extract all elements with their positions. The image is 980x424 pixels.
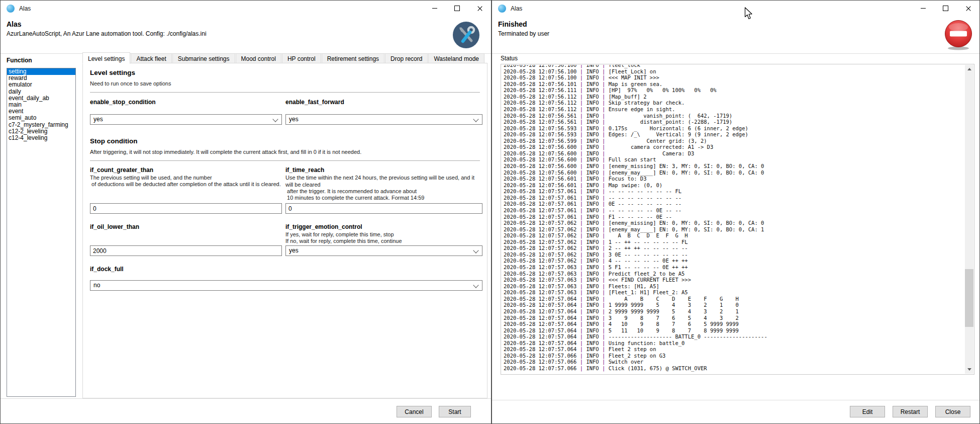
status-group-label: Status [501, 55, 518, 62]
log-line: 2020-05-28 12:07:57.062 | INFO | A B C D… [504, 232, 965, 239]
log-line: 2020-05-28 12:07:56.600 | INFO | [enemy_… [504, 163, 965, 169]
log-line: 2020-05-28 12:07:57.064 | INFO | 5 11 10… [504, 327, 965, 334]
section-desc-level-settings: Need to run once to save options [90, 80, 171, 87]
enable-fast-forward-value: yes [289, 116, 299, 123]
log-line: 2020-05-28 12:07:56.101 | INFO | Map is … [504, 81, 965, 88]
if-oil-lower-than-input[interactable] [90, 245, 282, 256]
close-button[interactable] [468, 1, 491, 16]
label-if-trigger-emotion-control: if_trigger_emotion_control [285, 223, 362, 230]
stop-badge-icon [944, 20, 973, 53]
log-line: 2020-05-28 12:07:57.064 | INFO | Using f… [504, 340, 965, 347]
log-line: 2020-05-28 12:07:57.064 | INFO | 3 9 8 7… [504, 315, 965, 321]
desc-emotion-line2: If no, wait for reply, complete this tim… [285, 238, 482, 245]
minimize-button[interactable] [912, 1, 934, 16]
tab-drop-record[interactable]: Drop record [385, 53, 428, 63]
window-title: Alas [511, 5, 522, 12]
enable-fast-forward-select[interactable]: yes [285, 114, 482, 125]
log-line: 2020-05-28 12:07:57.064 | INFO | Fleet 2… [504, 346, 965, 353]
label-if-count-greater-than: if_count_greater_than [90, 166, 153, 174]
log-content: 2020-05-28 12:07:56.100 | INFO | fleet_l… [502, 65, 965, 372]
tab-submarine-settings[interactable]: Submarine settings [172, 53, 235, 63]
close-icon [477, 6, 482, 11]
log-line: 2020-05-28 12:07:57.062 | INFO | 3 0E --… [504, 251, 965, 258]
log-line: 2020-05-28 12:07:57.063 | INFO | 5 F1 --… [504, 264, 965, 271]
tab-hp-control[interactable]: HP control [282, 53, 321, 63]
log-line: 2020-05-28 12:07:56.561 | INFO | distant… [504, 119, 965, 125]
maximize-button[interactable] [934, 1, 957, 16]
divider [90, 92, 480, 93]
label-if-time-reach: if_time_reach [285, 166, 324, 174]
log-line: 2020-05-28 12:07:57.063 | INFO | Fleets:… [504, 283, 965, 290]
label-enable-stop-condition: enable_stop_condition [90, 99, 156, 106]
function-item-c7-2_mystery_farming[interactable]: c7-2_mystery_farming [7, 122, 75, 128]
tab-strip: Level settingsAttack fleetSubmarine sett… [82, 52, 485, 63]
tab-mood-control[interactable]: Mood control [236, 53, 281, 63]
desktop: Alas Alas AzurLaneAutoScript, An Azur La… [0, 0, 980, 424]
scroll-up-button[interactable] [965, 65, 973, 73]
app-title: Alas [7, 20, 22, 28]
log-line: 2020-05-28 12:07:57.066 | INFO | Click (… [504, 365, 965, 372]
scroll-down-button[interactable] [965, 365, 973, 374]
label-if-oil-lower-than: if_oil_lower_than [90, 223, 139, 230]
mouse-cursor-icon [744, 7, 753, 22]
log-scrollbar[interactable] [965, 65, 973, 374]
function-label: Function [7, 57, 32, 64]
edit-button[interactable]: Edit [850, 406, 885, 417]
tab-attack-fleet[interactable]: Attack fleet [131, 53, 171, 63]
close-dialog-button[interactable]: Close [935, 406, 970, 417]
log-line: 2020-05-28 12:07:57.063 | INFO | <<< FIN… [504, 277, 965, 283]
tab-wasteland-mode[interactable]: Wasteland mode [428, 53, 484, 63]
function-item-emulator[interactable]: emulator [7, 81, 75, 88]
log-line: 2020-05-28 12:07:56.100 | INFO | [Fleet_… [504, 68, 965, 75]
divider [90, 160, 480, 161]
chevron-down-icon [272, 116, 278, 122]
level-settings-panel: Level settings Need to run once to save … [82, 63, 487, 398]
section-desc-stop-condition: After triggering, it will not stop immed… [90, 149, 361, 155]
if-dock-full-select[interactable]: no [90, 280, 482, 291]
log-line: 2020-05-28 12:07:56.111 | INFO | [HP] 97… [504, 87, 965, 94]
desc-emotion-line1: If yes, wait for reply, complete this ti… [285, 231, 482, 238]
if-trigger-emotion-control-select[interactable]: yes [285, 245, 482, 256]
scrollbar-thumb[interactable] [965, 269, 973, 327]
if-count-greater-than-input[interactable] [90, 203, 282, 214]
window-title: Alas [19, 5, 31, 12]
status-subtitle: Terminated by user [498, 30, 549, 37]
log-line: 2020-05-28 12:07:57.061 | INFO | -- -- -… [504, 207, 965, 214]
tab-retirement-settings[interactable]: Retirement settings [322, 53, 384, 63]
titlebar[interactable]: Alas [1, 1, 491, 16]
log-line: 2020-05-28 12:07:57.064 | INFO | 4 10 9 … [504, 321, 965, 327]
function-list[interactable]: settingrewardemulatordailyevent_daily_ab… [7, 68, 76, 397]
close-icon [966, 6, 971, 11]
chevron-down-icon [473, 116, 478, 122]
config-window: Alas Alas AzurLaneAutoScript, An Azur La… [0, 0, 492, 424]
log-line: 2020-05-28 12:07:57.062 | INFO | [enemy_… [504, 226, 965, 233]
desc-if-time-line2: after the trigger. It is recommended to … [285, 188, 482, 195]
log-line: 2020-05-28 12:07:57.063 | INFO | Predict… [504, 271, 965, 277]
function-item-c12-4_leveling[interactable]: c12-4_leveling [7, 135, 75, 141]
log-viewport[interactable]: 2020-05-28 12:07:56.100 | INFO | fleet_l… [502, 65, 965, 374]
log-line: 2020-05-28 12:07:56.601 | INFO | Focus t… [504, 176, 965, 182]
if-time-reach-input[interactable] [285, 203, 482, 214]
minimize-button[interactable] [423, 1, 446, 16]
restart-button[interactable]: Restart [893, 406, 928, 417]
close-button[interactable] [957, 1, 979, 16]
desc-if-time-line3: 10 minutes to complete the current attac… [285, 195, 482, 202]
tools-badge-icon [453, 22, 479, 50]
log-line: 2020-05-28 12:07:56.600 | INFO | Camera:… [504, 150, 965, 157]
function-item-semi_auto[interactable]: semi_auto [7, 115, 75, 121]
start-button[interactable]: Start [439, 406, 471, 417]
label-if-dock-full: if_dock_full [90, 266, 124, 273]
log-groupbox: 2020-05-28 12:07:56.100 | INFO | fleet_l… [501, 64, 974, 375]
log-line: 2020-05-28 12:07:56.561 | INFO | vanish_… [504, 113, 965, 119]
log-line: 2020-05-28 12:07:57.066 | INFO | Switch … [504, 359, 965, 365]
header-separator [492, 53, 979, 54]
log-line: 2020-05-28 12:07:57.066 | INFO | Fleet_2… [504, 353, 965, 359]
enable-stop-condition-select[interactable]: yes [90, 114, 282, 125]
triangle-up-icon [967, 68, 971, 70]
log-line: 2020-05-28 12:07:57.062 | INFO | [enemy_… [504, 220, 965, 226]
function-item-daily[interactable]: daily [7, 89, 75, 95]
maximize-button[interactable] [446, 1, 468, 16]
cancel-button[interactable]: Cancel [397, 406, 432, 417]
titlebar[interactable]: Alas [492, 1, 979, 16]
tab-level-settings[interactable]: Level settings [82, 52, 130, 64]
